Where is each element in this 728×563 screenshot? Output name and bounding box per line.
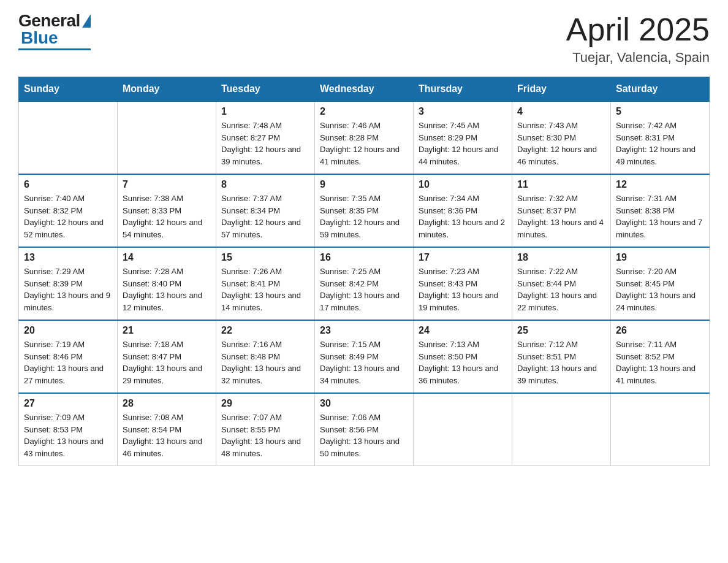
day-cell-21: 21Sunrise: 7:18 AMSunset: 8:47 PMDayligh… xyxy=(118,320,216,393)
empty-cell xyxy=(19,101,118,174)
day-info: Sunrise: 7:28 AMSunset: 8:40 PMDaylight:… xyxy=(123,266,211,313)
subtitle: Tuejar, Valencia, Spain xyxy=(566,50,710,66)
day-cell-6: 6Sunrise: 7:40 AMSunset: 8:32 PMDaylight… xyxy=(19,174,118,247)
day-cell-5: 5Sunrise: 7:42 AMSunset: 8:31 PMDaylight… xyxy=(611,101,710,174)
day-number: 7 xyxy=(123,179,211,190)
day-number: 23 xyxy=(320,325,408,336)
day-number: 24 xyxy=(419,325,507,336)
day-cell-2: 2Sunrise: 7:46 AMSunset: 8:28 PMDaylight… xyxy=(315,101,414,174)
day-cell-14: 14Sunrise: 7:28 AMSunset: 8:40 PMDayligh… xyxy=(118,247,216,320)
day-cell-29: 29Sunrise: 7:07 AMSunset: 8:55 PMDayligh… xyxy=(216,393,315,466)
week-row-3: 20Sunrise: 7:19 AMSunset: 8:46 PMDayligh… xyxy=(19,320,710,393)
day-info: Sunrise: 7:11 AMSunset: 8:52 PMDaylight:… xyxy=(616,339,704,386)
day-cell-23: 23Sunrise: 7:15 AMSunset: 8:49 PMDayligh… xyxy=(315,320,414,393)
day-number: 13 xyxy=(24,252,112,263)
day-cell-17: 17Sunrise: 7:23 AMSunset: 8:43 PMDayligh… xyxy=(414,247,512,320)
day-cell-9: 9Sunrise: 7:35 AMSunset: 8:35 PMDaylight… xyxy=(315,174,414,247)
day-cell-25: 25Sunrise: 7:12 AMSunset: 8:51 PMDayligh… xyxy=(512,320,611,393)
day-number: 3 xyxy=(419,106,507,117)
day-info: Sunrise: 7:31 AMSunset: 8:38 PMDaylight:… xyxy=(616,193,704,240)
weekday-header-friday: Friday xyxy=(512,77,611,102)
weekday-header-saturday: Saturday xyxy=(611,77,710,102)
day-info: Sunrise: 7:20 AMSunset: 8:45 PMDaylight:… xyxy=(616,266,704,313)
day-cell-10: 10Sunrise: 7:34 AMSunset: 8:36 PMDayligh… xyxy=(414,174,512,247)
day-cell-11: 11Sunrise: 7:32 AMSunset: 8:37 PMDayligh… xyxy=(512,174,611,247)
day-info: Sunrise: 7:15 AMSunset: 8:49 PMDaylight:… xyxy=(320,339,408,386)
day-number: 22 xyxy=(221,325,309,336)
day-info: Sunrise: 7:22 AMSunset: 8:44 PMDaylight:… xyxy=(517,266,605,313)
day-number: 10 xyxy=(419,179,507,190)
day-cell-1: 1Sunrise: 7:48 AMSunset: 8:27 PMDaylight… xyxy=(216,101,315,174)
day-info: Sunrise: 7:13 AMSunset: 8:50 PMDaylight:… xyxy=(419,339,507,386)
weekday-header-thursday: Thursday xyxy=(414,77,512,102)
day-number: 14 xyxy=(123,252,211,263)
day-info: Sunrise: 7:07 AMSunset: 8:55 PMDaylight:… xyxy=(221,412,309,459)
day-cell-27: 27Sunrise: 7:09 AMSunset: 8:53 PMDayligh… xyxy=(19,393,118,466)
day-info: Sunrise: 7:35 AMSunset: 8:35 PMDaylight:… xyxy=(320,193,408,240)
logo: General Blue xyxy=(18,12,91,50)
day-info: Sunrise: 7:18 AMSunset: 8:47 PMDaylight:… xyxy=(123,339,211,386)
empty-cell xyxy=(512,393,611,466)
day-info: Sunrise: 7:16 AMSunset: 8:48 PMDaylight:… xyxy=(221,339,309,386)
day-cell-28: 28Sunrise: 7:08 AMSunset: 8:54 PMDayligh… xyxy=(118,393,216,466)
weekday-header-row: SundayMondayTuesdayWednesdayThursdayFrid… xyxy=(19,77,710,102)
day-cell-8: 8Sunrise: 7:37 AMSunset: 8:34 PMDaylight… xyxy=(216,174,315,247)
week-row-0: 1Sunrise: 7:48 AMSunset: 8:27 PMDaylight… xyxy=(19,101,710,174)
day-number: 26 xyxy=(616,325,704,336)
day-cell-20: 20Sunrise: 7:19 AMSunset: 8:46 PMDayligh… xyxy=(19,320,118,393)
day-cell-16: 16Sunrise: 7:25 AMSunset: 8:42 PMDayligh… xyxy=(315,247,414,320)
day-number: 21 xyxy=(123,325,211,336)
empty-cell xyxy=(611,393,710,466)
day-number: 18 xyxy=(517,252,605,263)
weekday-header-wednesday: Wednesday xyxy=(315,77,414,102)
day-info: Sunrise: 7:46 AMSunset: 8:28 PMDaylight:… xyxy=(320,120,408,167)
day-number: 27 xyxy=(24,398,112,409)
day-info: Sunrise: 7:48 AMSunset: 8:27 PMDaylight:… xyxy=(221,120,309,167)
day-info: Sunrise: 7:38 AMSunset: 8:33 PMDaylight:… xyxy=(123,193,211,240)
day-info: Sunrise: 7:06 AMSunset: 8:56 PMDaylight:… xyxy=(320,412,408,459)
day-number: 4 xyxy=(517,106,605,117)
day-cell-15: 15Sunrise: 7:26 AMSunset: 8:41 PMDayligh… xyxy=(216,247,315,320)
day-number: 17 xyxy=(419,252,507,263)
day-info: Sunrise: 7:23 AMSunset: 8:43 PMDaylight:… xyxy=(419,266,507,313)
main-title: April 2025 xyxy=(566,12,710,47)
day-info: Sunrise: 7:40 AMSunset: 8:32 PMDaylight:… xyxy=(24,193,112,240)
day-info: Sunrise: 7:45 AMSunset: 8:29 PMDaylight:… xyxy=(419,120,507,167)
empty-cell xyxy=(414,393,512,466)
day-info: Sunrise: 7:12 AMSunset: 8:51 PMDaylight:… xyxy=(517,339,605,386)
day-info: Sunrise: 7:08 AMSunset: 8:54 PMDaylight:… xyxy=(123,412,211,459)
day-number: 9 xyxy=(320,179,408,190)
day-number: 29 xyxy=(221,398,309,409)
day-cell-22: 22Sunrise: 7:16 AMSunset: 8:48 PMDayligh… xyxy=(216,320,315,393)
day-info: Sunrise: 7:43 AMSunset: 8:30 PMDaylight:… xyxy=(517,120,605,167)
day-info: Sunrise: 7:42 AMSunset: 8:31 PMDaylight:… xyxy=(616,120,704,167)
day-info: Sunrise: 7:34 AMSunset: 8:36 PMDaylight:… xyxy=(419,193,507,240)
day-number: 11 xyxy=(517,179,605,190)
logo-blue-text: Blue xyxy=(21,29,58,47)
week-row-1: 6Sunrise: 7:40 AMSunset: 8:32 PMDaylight… xyxy=(19,174,710,247)
empty-cell xyxy=(118,101,216,174)
day-number: 5 xyxy=(616,106,704,117)
day-number: 15 xyxy=(221,252,309,263)
logo-general-text: General xyxy=(18,12,80,29)
day-cell-30: 30Sunrise: 7:06 AMSunset: 8:56 PMDayligh… xyxy=(315,393,414,466)
weekday-header-sunday: Sunday xyxy=(19,77,118,102)
weekday-header-tuesday: Tuesday xyxy=(216,77,315,102)
day-number: 25 xyxy=(517,325,605,336)
day-cell-3: 3Sunrise: 7:45 AMSunset: 8:29 PMDaylight… xyxy=(414,101,512,174)
day-number: 28 xyxy=(123,398,211,409)
day-info: Sunrise: 7:29 AMSunset: 8:39 PMDaylight:… xyxy=(24,266,112,313)
day-cell-24: 24Sunrise: 7:13 AMSunset: 8:50 PMDayligh… xyxy=(414,320,512,393)
day-info: Sunrise: 7:19 AMSunset: 8:46 PMDaylight:… xyxy=(24,339,112,386)
day-info: Sunrise: 7:09 AMSunset: 8:53 PMDaylight:… xyxy=(24,412,112,459)
title-block: April 2025 Tuejar, Valencia, Spain xyxy=(566,12,710,66)
logo-triangle-icon xyxy=(82,14,91,28)
calendar-table: SundayMondayTuesdayWednesdayThursdayFrid… xyxy=(18,77,710,466)
day-info: Sunrise: 7:26 AMSunset: 8:41 PMDaylight:… xyxy=(221,266,309,313)
day-cell-26: 26Sunrise: 7:11 AMSunset: 8:52 PMDayligh… xyxy=(611,320,710,393)
day-info: Sunrise: 7:37 AMSunset: 8:34 PMDaylight:… xyxy=(221,193,309,240)
week-row-2: 13Sunrise: 7:29 AMSunset: 8:39 PMDayligh… xyxy=(19,247,710,320)
page-header: General Blue April 2025 Tuejar, Valencia… xyxy=(18,12,710,66)
day-cell-19: 19Sunrise: 7:20 AMSunset: 8:45 PMDayligh… xyxy=(611,247,710,320)
day-cell-4: 4Sunrise: 7:43 AMSunset: 8:30 PMDaylight… xyxy=(512,101,611,174)
